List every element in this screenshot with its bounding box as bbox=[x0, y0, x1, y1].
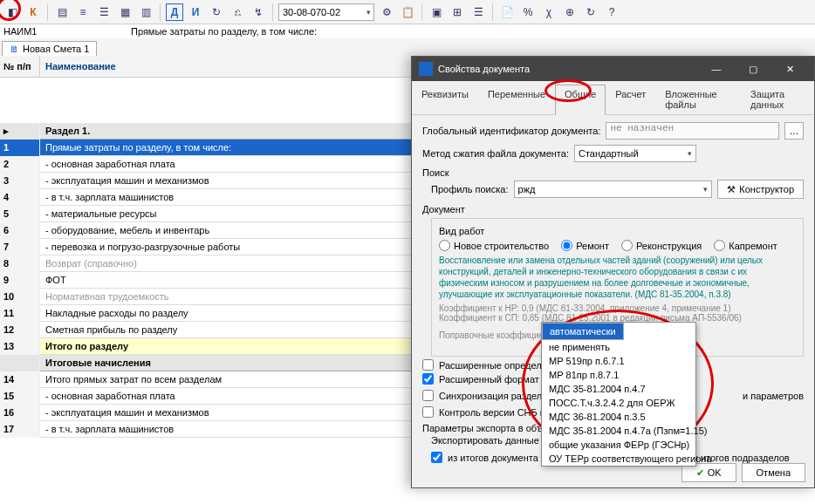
profile-label: Профиль поиска: bbox=[431, 184, 509, 194]
dialog-titlebar[interactable]: Свойства документа — ▢ ✕ bbox=[412, 57, 814, 81]
chk-export-doc[interactable]: из итогов документа bbox=[431, 452, 538, 463]
table-row[interactable]: 7- перевозка и погрузо-разгрузочные рабо… bbox=[0, 239, 411, 255]
tb-icon-5[interactable]: ▥ bbox=[137, 3, 154, 21]
tb-icon-doc[interactable]: ▤ bbox=[53, 3, 71, 21]
tab-requisites[interactable]: Реквизиты bbox=[412, 85, 478, 114]
tb-icon-d[interactable]: Д bbox=[166, 3, 183, 21]
tb-icon-tree[interactable]: ☰ bbox=[95, 3, 113, 21]
guid-label: Глобальный идентификатор документа: bbox=[422, 126, 600, 136]
tb-sep bbox=[272, 3, 273, 21]
dd-item[interactable]: МР 519пр п.6.7.1 bbox=[542, 354, 695, 368]
gear-icon: ⚒ bbox=[727, 184, 736, 195]
minimize-button[interactable]: — bbox=[699, 57, 734, 81]
tb-icon-12[interactable]: ☰ bbox=[469, 3, 487, 21]
tb-icon-11[interactable]: ⊞ bbox=[449, 3, 466, 21]
col-num-header[interactable]: № п/п bbox=[0, 56, 40, 77]
tb-icon-10[interactable]: ▣ bbox=[428, 3, 445, 21]
table-row[interactable]: 6- оборудование, мебель и инвентарь bbox=[0, 222, 411, 239]
table-row[interactable]: 11Накладные расходы по разделу bbox=[0, 305, 411, 322]
dialog-icon bbox=[419, 62, 433, 76]
document-tabs: 🗎 Новая Смета 1 bbox=[0, 38, 815, 56]
guid-pick-button[interactable]: … bbox=[784, 122, 804, 140]
document-group-title: Документ bbox=[422, 204, 804, 215]
radio-capital[interactable]: Капремонт bbox=[714, 240, 777, 251]
tb-icon-16[interactable]: ⊕ bbox=[561, 3, 579, 21]
tb-sep bbox=[47, 3, 48, 21]
dd-item[interactable]: ПОСС.Т.ч.3.2.4.2 для ОЕРЖ bbox=[542, 396, 695, 410]
tb-icon-arrow[interactable]: ↻ bbox=[208, 3, 225, 21]
maximize-button[interactable]: ▢ bbox=[736, 57, 770, 81]
table-row[interactable]: 16- эксплуатация машин и механизмов bbox=[0, 405, 411, 421]
dd-item[interactable]: ОУ ТЕРр соответствующего региона bbox=[542, 452, 695, 466]
table-row[interactable]: 15- основная заработная плата bbox=[0, 388, 411, 405]
table-row[interactable]: 1Прямые затраты по разделу, в том числе: bbox=[0, 140, 411, 156]
tb-icon-k[interactable]: К bbox=[24, 3, 42, 21]
chk-sync-sections[interactable]: Синхронизация разделов bbox=[422, 390, 552, 401]
radio-reconstruction[interactable]: Реконструкция bbox=[621, 240, 702, 251]
guid-field: не назначен bbox=[606, 122, 779, 140]
dd-item[interactable]: общие указания ФЕРр (ГЭСНр) bbox=[542, 438, 695, 452]
tb-icon-18[interactable]: ? bbox=[603, 3, 620, 21]
table-row[interactable]: 10Нормативная трудоемкость bbox=[0, 289, 411, 305]
table-row[interactable]: 5- материальные ресурсы bbox=[0, 206, 411, 222]
tb-icon-15[interactable]: χ bbox=[540, 3, 558, 21]
dd-item[interactable]: МДС 36-81.2004 п.3.5 bbox=[542, 410, 695, 424]
tb-icon-9[interactable]: 📋 bbox=[399, 3, 416, 21]
dd-item[interactable]: МДС 35-81.2004 п.4.7 bbox=[542, 382, 695, 396]
tab-variables[interactable]: Переменные bbox=[478, 85, 555, 114]
table-row[interactable]: 12Сметная прибыль по разделу bbox=[0, 322, 411, 338]
search-group-title: Поиск bbox=[422, 167, 804, 178]
tb-icon-14[interactable]: % bbox=[519, 3, 537, 21]
page-label: НАИМ1 bbox=[0, 24, 131, 38]
tab-general[interactable]: Общие bbox=[555, 85, 606, 115]
doc-icon: 🗎 bbox=[10, 44, 19, 54]
section-row[interactable]: ▸ Раздел 1. bbox=[0, 123, 411, 140]
table-row[interactable]: 8Возврат (справочно) bbox=[0, 255, 411, 272]
subheader-text: Прямые затраты по разделу, в том числе: bbox=[131, 26, 815, 37]
main-toolbar: ◧ К ▤ ≡ ☰ ▦ ▥ Д И ↻ ⎌ ↯ 30-08-070-02 ⚙ 📋… bbox=[0, 0, 815, 24]
radio-repair[interactable]: Ремонт bbox=[561, 240, 609, 251]
dialog-tabs: Реквизиты Переменные Общие Расчет Вложен… bbox=[412, 81, 814, 115]
tb-icon-6[interactable]: ⎌ bbox=[229, 3, 246, 21]
table-row[interactable]: 3- эксплуатация машин и механизмов bbox=[0, 173, 411, 189]
tb-sep bbox=[421, 3, 422, 21]
correction-dropdown[interactable]: автоматически не применять МР 519пр п.6.… bbox=[541, 322, 696, 467]
totals-section[interactable]: Итоговые начисления bbox=[0, 355, 411, 371]
method-select[interactable]: Стандартный bbox=[574, 145, 696, 162]
coef-nr: Коэффициент к НР: 0,9 (МДС 81-33.2004, п… bbox=[439, 303, 796, 313]
table-row[interactable]: 14Итого прямых затрат по всем разделам bbox=[0, 371, 411, 388]
tab-security[interactable]: Защита данных bbox=[741, 85, 814, 114]
table-row[interactable]: 2- основная заработная плата bbox=[0, 156, 411, 173]
dd-item[interactable]: МР 81пр п.8.7.1 bbox=[542, 368, 695, 382]
close-button[interactable]: ✕ bbox=[772, 57, 807, 81]
method-label: Метод сжатия файла документа: bbox=[422, 148, 569, 159]
tab-calc[interactable]: Расчет bbox=[606, 85, 655, 114]
col-name-header[interactable]: Наименование bbox=[40, 56, 411, 77]
table-row[interactable]: 4- в т.ч. зарплата машинистов bbox=[0, 189, 411, 206]
table-row[interactable]: 13Итого по разделу bbox=[0, 338, 411, 355]
dd-item[interactable]: МДС 35-81.2004 п.4.7а (Пзпм=1.15) bbox=[542, 424, 695, 438]
check-icon: ✔ bbox=[696, 467, 704, 479]
tb-icon-8[interactable]: ⚙ bbox=[378, 3, 395, 21]
grid-panel: № п/п Наименование ▸ Раздел 1. 1Прямые з… bbox=[0, 56, 411, 502]
table-row[interactable]: 9ФОТ bbox=[0, 272, 411, 289]
tb-icon-7[interactable]: ↯ bbox=[250, 3, 267, 21]
tb-icon-4[interactable]: ▦ bbox=[116, 3, 134, 21]
tb-icon-13[interactable]: 📄 bbox=[498, 3, 516, 21]
work-kind-description: Восстановление или замена отдельных част… bbox=[439, 255, 796, 300]
tab-attachments[interactable]: Вложенные файлы bbox=[655, 85, 741, 114]
dd-item[interactable]: не применять bbox=[542, 340, 695, 354]
table-row[interactable]: 17- в т.ч. зарплата машинистов bbox=[0, 421, 411, 438]
constructor-button[interactable]: ⚒ Конструктор bbox=[717, 180, 804, 199]
sync-tail: и параметров bbox=[743, 391, 804, 401]
cancel-button[interactable]: Отмена bbox=[742, 463, 805, 482]
tb-icon-1[interactable]: ◧ bbox=[3, 3, 21, 21]
tab-new-estimate[interactable]: 🗎 Новая Смета 1 bbox=[2, 41, 97, 56]
tb-icon-i[interactable]: И bbox=[187, 3, 204, 21]
profile-select[interactable]: ржд bbox=[514, 180, 713, 198]
dd-item[interactable]: автоматически bbox=[542, 323, 624, 340]
toolbar-combo[interactable]: 30-08-070-02 bbox=[278, 3, 374, 21]
tb-icon-17[interactable]: ↻ bbox=[582, 3, 599, 21]
radio-new[interactable]: Новое строительство bbox=[439, 240, 549, 251]
tb-icon-list[interactable]: ≡ bbox=[74, 3, 92, 21]
